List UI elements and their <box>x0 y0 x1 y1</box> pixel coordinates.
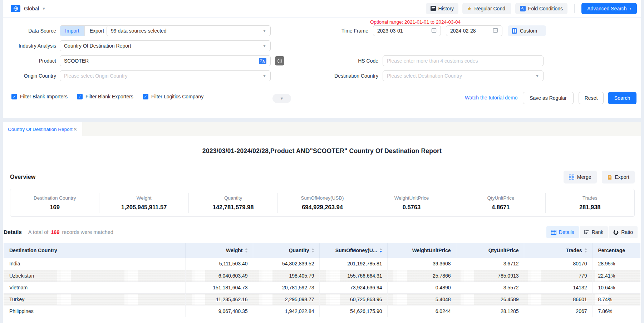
sort-carets-icon <box>379 248 382 253</box>
export-file-icon <box>607 175 612 180</box>
data-source-label: Data Source <box>3 25 56 36</box>
time-frame-label: Time Frame <box>318 25 368 36</box>
translate-icon[interactable]: 文A <box>259 58 266 64</box>
stat-quantity: Quantity 142,781,579.98 <box>189 193 278 213</box>
sort-carets-icon <box>584 248 587 253</box>
form-row-data-source: Data Source Import Export 99 data source… <box>3 25 641 36</box>
chevron-down-icon: ▼ <box>262 29 266 33</box>
regular-cond-button[interactable]: ★ Regular Cond. <box>462 3 511 14</box>
view-details-button[interactable]: Details <box>546 226 579 238</box>
tab-strip: Country Of Destination Report ✕ <box>3 122 641 136</box>
collapse-form-button[interactable]: ▼ <box>272 94 291 103</box>
save-as-regular-button[interactable]: Save as Regular <box>523 92 574 104</box>
search-form: Optional range: 2021-01-01 to 2024-03-04… <box>3 18 641 118</box>
divider <box>574 4 575 13</box>
destination-country-label: Destination Country <box>322 70 378 81</box>
origin-country-select[interactable]: Please select Origin Country ▼ <box>60 70 271 81</box>
custom-range-button[interactable]: Custom <box>508 25 546 36</box>
chevron-down-icon: ▼ <box>535 74 539 78</box>
table-header-row: Destination Country Weight Quantity SumO… <box>4 243 640 258</box>
form-row-industry: Industry Analysis Country Of Destination… <box>3 40 641 51</box>
col-quantity[interactable]: Quantity <box>253 243 319 258</box>
details-heading: Details <box>4 229 22 235</box>
table-row-vietnam[interactable]: Vietnam 151,181,604.73 20,781,592.73 73,… <box>4 282 640 293</box>
rank-bars-icon <box>584 230 589 235</box>
stat-destination-country: Destination Country 169 <box>10 193 99 213</box>
records-matched-text: A total of 169 records were matched <box>28 229 113 235</box>
history-button[interactable]: History <box>426 3 459 14</box>
fold-conditions-button[interactable]: Fold Conditions <box>515 3 567 14</box>
fold-icon <box>520 6 526 11</box>
chevron-down-icon[interactable]: ▼ <box>42 6 46 11</box>
form-row-filters-actions: ✓ Filter Blank Importers ✓ Filter Blank … <box>3 93 641 105</box>
origin-country-label: Origin Country <box>3 70 56 81</box>
overview-stats-card: Destination Country 169 Weight 1,205,945… <box>10 189 635 217</box>
tutorial-link[interactable]: Watch the tutorial demo <box>465 95 517 101</box>
stat-trades: Trades 281,938 <box>546 193 634 213</box>
merge-button[interactable]: Merge <box>564 171 597 183</box>
search-button[interactable]: Search <box>608 92 636 104</box>
optional-range-note: Optional range: 2021-01-01 to 2024-03-04 <box>370 19 461 25</box>
stat-weight: Weight 1,205,945,911.57 <box>99 193 188 213</box>
destination-country-select[interactable]: Please select Destination Country ▼ <box>383 70 544 81</box>
history-icon <box>431 6 436 11</box>
svg-text:文: 文 <box>260 59 262 62</box>
filter-blank-exporters-checkbox[interactable]: ✓ Filter Blank Exporters <box>77 94 133 99</box>
close-icon[interactable]: ✕ <box>73 127 77 132</box>
product-input[interactable]: SCOOTER 文A <box>60 55 271 66</box>
start-date-input[interactable]: 2023-03-01 <box>373 25 441 36</box>
chevron-down-icon: ▼ <box>262 74 266 78</box>
globe-icon <box>11 5 20 12</box>
col-destination-country: Destination Country <box>4 243 185 258</box>
sort-carets-icon <box>245 248 248 253</box>
advanced-search-button[interactable]: Advanced Search › <box>581 3 637 14</box>
filter-blank-importers-checkbox[interactable]: ✓ Filter Blank Importers <box>11 94 68 99</box>
arrow-right-icon: › <box>630 6 631 11</box>
circle-minus-icon <box>277 58 282 64</box>
custom-grid-icon <box>512 28 517 34</box>
form-row-product: Product SCOOTER 文A HS Code Please enter … <box>3 55 641 66</box>
region-selector-label[interactable]: Global <box>24 6 39 11</box>
data-sources-select[interactable]: 99 data sources selected ▼ <box>107 25 271 36</box>
reset-button[interactable]: Reset <box>579 92 604 104</box>
product-label: Product <box>3 55 56 66</box>
details-table: Destination Country Weight Quantity SumO… <box>4 243 640 317</box>
export-segment[interactable]: Export <box>84 26 109 36</box>
stat-weight-unit-price: WeightUnitPrice 0.5763 <box>367 193 456 213</box>
form-row-countries: Origin Country Please select Origin Coun… <box>3 70 641 81</box>
report-title: 2023/03/01-2024/02/28,Product AND"SCOOTE… <box>3 147 641 155</box>
merge-grid-icon <box>569 175 574 180</box>
hs-code-label: HS Code <box>322 55 378 66</box>
table-row-uzbekistan[interactable]: Uzbekistan 6,040,603.49 198,405.79 155,7… <box>4 270 640 282</box>
table-icon <box>551 230 556 235</box>
col-percentage: Percentage <box>592 243 640 258</box>
exclude-keywords-button[interactable] <box>275 56 284 65</box>
checkbox-checked-icon: ✓ <box>11 94 17 99</box>
import-export-toggle: Import Export <box>60 25 109 36</box>
import-segment[interactable]: Import <box>60 26 84 36</box>
svg-text:A: A <box>262 60 265 63</box>
total-count: 169 <box>51 229 59 235</box>
view-rank-button[interactable]: Rank <box>580 226 608 238</box>
view-ratio-button[interactable]: Ratio <box>609 226 638 238</box>
top-bar: Global ▼ History ★ Regular Cond. Fold Co… <box>3 0 641 17</box>
checkbox-checked-icon: ✓ <box>77 94 83 99</box>
report-content: 2023/03/01-2024/02/28,Product AND"SCOOTE… <box>3 136 641 323</box>
industry-analysis-select[interactable]: Country Of Destination Report ▼ <box>60 40 271 51</box>
end-date-input[interactable]: 2024-02-28 <box>446 25 502 36</box>
table-row-philippines[interactable]: Philippines 9,067,480.35 1,942,022.84 54… <box>4 305 640 317</box>
calendar-icon[interactable] <box>431 28 437 34</box>
col-qty-unit-price: QtyUnitPrice <box>456 243 524 258</box>
filter-logitics-company-checkbox[interactable]: ✓ Filter Logitics Company <box>143 94 203 99</box>
col-sum-of-money[interactable]: SumOfMoney(U... <box>319 243 387 258</box>
col-weight[interactable]: Weight <box>185 243 253 258</box>
calendar-icon[interactable] <box>493 28 498 34</box>
pie-chart-icon <box>613 230 619 235</box>
export-button[interactable]: Export <box>602 171 635 183</box>
col-trades[interactable]: Trades <box>524 243 592 258</box>
hs-code-input[interactable]: Please enter more than 4 customs codes <box>383 55 544 66</box>
tab-country-of-destination-report[interactable]: Country Of Destination Report ✕ <box>3 122 82 136</box>
table-row-turkey[interactable]: Turkey 11,235,462.16 2,295,098.77 60,725… <box>4 293 640 305</box>
industry-analysis-label: Industry Analysis <box>3 40 56 51</box>
table-row-india[interactable]: India 5,111,503.40 54,802,839.52 201,192… <box>4 258 640 270</box>
